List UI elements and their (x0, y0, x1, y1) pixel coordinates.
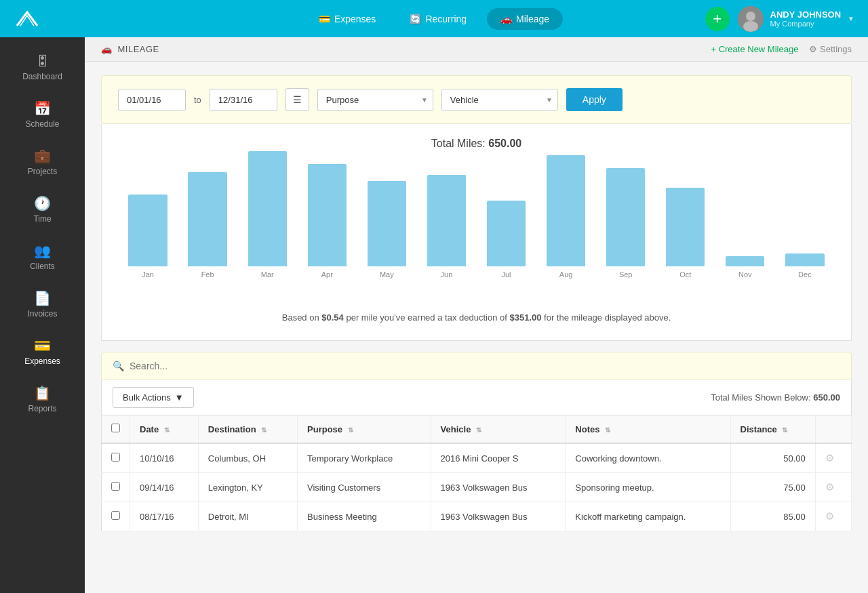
page-title-area: 🚗 MILEAGE (101, 44, 159, 54)
row-gear-icon[interactable]: ⚙ (825, 452, 834, 464)
bar-label-dec: Dec (798, 270, 812, 279)
projects-icon: 💼 (34, 148, 51, 164)
nav-expenses[interactable]: 💳 Expenses (305, 8, 389, 30)
bar-jul (487, 201, 526, 266)
bar-nov (726, 256, 764, 266)
sidebar-item-dashboard[interactable]: 🎛 Dashboard (0, 44, 85, 91)
sidebar-item-reports[interactable]: 📋 Reports (0, 375, 85, 423)
vehicle-sort-icon: ⇅ (476, 426, 481, 434)
select-all-checkbox[interactable] (111, 424, 120, 432)
notes-sort-icon: ⇅ (605, 426, 610, 434)
row-actions: ⚙ (815, 473, 851, 502)
bar-apr (308, 164, 347, 266)
row-checkbox-0[interactable] (111, 453, 120, 462)
notes-column-header[interactable]: Notes ⇅ (566, 415, 730, 443)
total-miles-display: Total Miles: 650.00 (118, 138, 835, 150)
sidebar-item-projects[interactable]: 💼 Projects (0, 138, 85, 186)
row-checkbox-cell (102, 443, 130, 473)
bar-oct (666, 188, 705, 266)
row-distance: 75.00 (730, 473, 815, 502)
row-gear-icon[interactable]: ⚙ (825, 481, 834, 493)
dashboard-icon: 🎛 (36, 54, 50, 69)
date-from-input[interactable] (118, 89, 186, 111)
row-destination: Detroit, MI (198, 502, 297, 531)
content-area: to ☰ Purpose Temporary Workplace Visitin… (85, 62, 868, 545)
mileage-table: Date ⇅ Destination ⇅ Purpose ⇅ Vehicle ⇅ (101, 415, 852, 531)
destination-column-header[interactable]: Destination ⇅ (198, 415, 297, 443)
bar-label-feb: Feb (201, 270, 214, 279)
bar-label-oct: Oct (679, 270, 691, 279)
row-checkbox-cell (102, 473, 130, 502)
row-actions: ⚙ (815, 502, 851, 531)
actions-column-header (815, 415, 851, 443)
sidebar-item-schedule[interactable]: 📅 Schedule (0, 91, 85, 138)
nav-mileage[interactable]: 🚗 Mileage (487, 8, 563, 30)
row-actions: ⚙ (815, 443, 851, 473)
bulk-actions-button[interactable]: Bulk Actions ▼ (113, 387, 194, 408)
bar-sep (606, 168, 645, 266)
bar-mar (248, 151, 287, 266)
bar-label-sep: Sep (619, 270, 633, 279)
distance-sort-icon: ⇅ (782, 426, 787, 434)
reports-icon: 📋 (34, 385, 51, 401)
mileage-title-icon: 🚗 (101, 44, 113, 54)
search-input[interactable] (130, 361, 840, 371)
rate-value: $0.54 (321, 312, 344, 323)
chart-bar-mar: Mar (237, 151, 297, 279)
create-new-mileage-link[interactable]: + Create New Mileage (711, 44, 798, 54)
distance-column-header[interactable]: Distance ⇅ (730, 415, 815, 443)
destination-sort-icon: ⇅ (261, 426, 267, 434)
total-shown-value: 650.00 (813, 392, 840, 403)
top-navigation: 💳 Expenses 🔄 Recurring 🚗 Mileage (305, 8, 563, 30)
sidebar-item-time[interactable]: 🕐 Time (0, 186, 85, 233)
date-sort-icon: ⇅ (164, 426, 170, 434)
date-to-input[interactable] (210, 89, 277, 111)
deduction-value: $351.00 (509, 312, 541, 323)
row-date: 10/10/16 (130, 443, 199, 473)
sidebar: 🎛 Dashboard 📅 Schedule 💼 Projects 🕐 Time… (0, 37, 85, 593)
user-area: + ANDY JOHNSON My Company ▼ (705, 6, 854, 32)
chart-bar-jun: Jun (416, 175, 476, 279)
row-checkbox-2[interactable] (111, 511, 120, 520)
add-button[interactable]: + (705, 7, 730, 31)
row-checkbox-cell (102, 502, 130, 531)
user-dropdown-arrow: ▼ (848, 15, 854, 22)
row-date: 08/17/16 (130, 502, 199, 531)
apply-button[interactable]: Apply (566, 88, 623, 111)
chart-bar-sep: Sep (596, 168, 656, 279)
top-header: 💳 Expenses 🔄 Recurring 🚗 Mileage + ANDY … (0, 0, 868, 37)
select-all-header[interactable] (102, 415, 130, 443)
purpose-column-header[interactable]: Purpose ⇅ (298, 415, 431, 443)
bar-label-nov: Nov (738, 270, 752, 279)
bar-label-jan: Jan (142, 270, 154, 279)
page-title: MILEAGE (118, 44, 159, 54)
purpose-sort-icon: ⇅ (348, 426, 353, 434)
user-menu[interactable]: ANDY JOHNSON My Company ▼ (738, 6, 854, 32)
filter-list-button[interactable]: ☰ (285, 88, 309, 111)
row-destination: Columbus, OH (198, 443, 297, 473)
bar-label-may: May (380, 270, 394, 279)
vehicle-select[interactable]: Vehicle 2016 Mini Cooper S 1963 Volkswag… (441, 89, 558, 111)
tax-deduction-note: Based on $0.54 per mile you've earned a … (118, 306, 835, 329)
user-name: ANDY JOHNSON (770, 9, 842, 20)
total-shown-label: Total Miles Shown Below: 650.00 (711, 392, 840, 403)
date-column-header[interactable]: Date ⇅ (130, 415, 199, 443)
vehicle-column-header[interactable]: Vehicle ⇅ (431, 415, 566, 443)
sidebar-item-invoices[interactable]: 📄 Invoices (0, 281, 85, 328)
nav-recurring[interactable]: 🔄 Recurring (396, 8, 480, 30)
clients-icon: 👥 (34, 243, 51, 259)
sidebar-item-expenses[interactable]: 💳 Expenses (0, 328, 85, 375)
chart-bar-may: May (357, 181, 416, 279)
bar-aug (547, 155, 585, 266)
chart-bar-jan: Jan (118, 195, 178, 279)
row-checkbox-1[interactable] (111, 482, 120, 491)
bar-chart: JanFebMarAprMayJunJulAugSepOctNovDec (118, 163, 835, 299)
table-row: 09/14/16 Lexington, KY Visiting Customer… (102, 473, 852, 502)
table-header-row: Date ⇅ Destination ⇅ Purpose ⇅ Vehicle ⇅ (102, 415, 852, 443)
row-gear-icon[interactable]: ⚙ (825, 510, 834, 522)
table-row: 10/10/16 Columbus, OH Temporary Workplac… (102, 443, 852, 473)
purpose-select[interactable]: Purpose Temporary Workplace Visiting Cus… (317, 89, 433, 111)
settings-link[interactable]: ⚙ Settings (809, 44, 852, 54)
total-miles-value: 650.00 (488, 138, 521, 149)
sidebar-item-clients[interactable]: 👥 Clients (0, 233, 85, 281)
